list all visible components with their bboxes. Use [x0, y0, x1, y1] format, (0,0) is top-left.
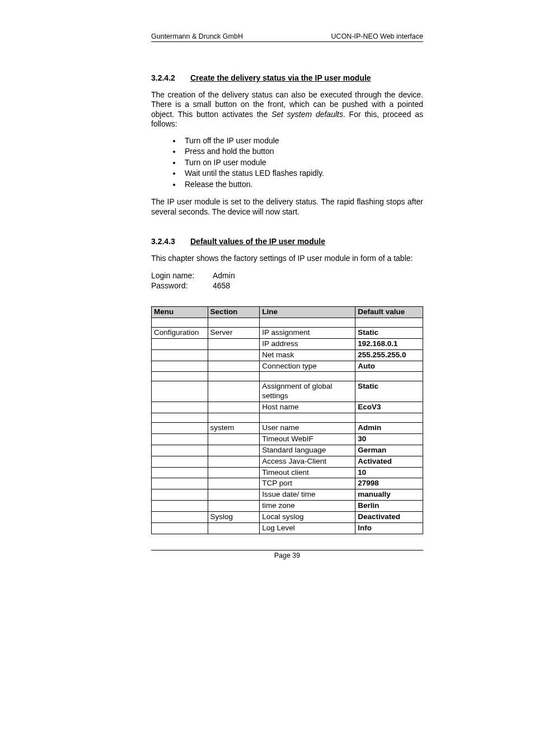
table-cell-line: Log Level — [260, 522, 355, 534]
paragraph: This chapter shows the factory settings … — [151, 254, 423, 264]
table-row: Issue date/ timemanually — [152, 489, 423, 501]
table-cell-empty — [260, 413, 355, 423]
table-row: Access Java-ClientActivated — [152, 456, 423, 467]
table-cell-line: Timeout WebIF — [260, 433, 355, 445]
section-number: 3.2.4.2 — [151, 73, 190, 83]
paragraph: The IP user module is set to the deliver… — [151, 197, 423, 217]
table-cell-empty — [208, 372, 260, 381]
section-number: 3.2.4.3 — [151, 237, 190, 247]
table-row: Connection typeAuto — [152, 361, 423, 372]
list-item: Release the button. — [181, 180, 423, 190]
table-cell-value: Static — [355, 381, 423, 402]
table-cell-value: 192.168.0.1 — [355, 338, 423, 349]
section-heading-2: 3.2.4.3Default values of the IP user mod… — [151, 237, 423, 247]
table-cell-menu: Configuration — [152, 327, 208, 338]
header-right: UCON-IP-NEO Web interface — [331, 32, 423, 40]
table-cell-line: Connection type — [260, 361, 355, 372]
table-cell-menu — [152, 522, 208, 534]
table-row: Timeout client10 — [152, 467, 423, 478]
table-header-row: Menu Section Line Default value — [152, 307, 423, 318]
table-cell-menu — [152, 478, 208, 489]
table-cell-section — [208, 478, 260, 489]
table-cell-section — [208, 456, 260, 467]
password-label: Password: — [151, 281, 213, 291]
paragraph: The creation of the delivery status can … — [151, 90, 423, 129]
table-cell-value: 255.255.255.0 — [355, 349, 423, 361]
header-left: Guntermann & Drunck GmbH — [151, 32, 243, 40]
table-row: Assignment of global settingsStatic — [152, 381, 423, 402]
table-cell-section — [208, 489, 260, 501]
table-cell-line: Local syslog — [260, 512, 355, 523]
table-cell-empty — [260, 372, 355, 381]
page-header: Guntermann & Drunck GmbH UCON-IP-NEO Web… — [151, 32, 423, 42]
table-cell-empty — [208, 413, 260, 423]
table-cell-menu — [152, 433, 208, 445]
table-cell-section — [208, 522, 260, 534]
table-cell-line: Host name — [260, 402, 355, 413]
table-row: ConfigurationServerIP assignmentStatic — [152, 327, 423, 338]
table-cell-value: Static — [355, 327, 423, 338]
table-cell-line: TCP port — [260, 478, 355, 489]
table-cell-section — [208, 467, 260, 478]
defaults-table: Menu Section Line Default value Configur… — [151, 306, 423, 534]
table-cell-line: time zone — [260, 501, 355, 512]
page: Guntermann & Drunck GmbH UCON-IP-NEO Web… — [0, 0, 534, 756]
table-cell-menu — [152, 402, 208, 413]
table-cell-line: Timeout client — [260, 467, 355, 478]
table-cell-line: Assignment of global settings — [260, 381, 355, 402]
table-cell-empty — [152, 318, 208, 327]
table-cell-section — [208, 445, 260, 456]
table-cell-empty — [355, 318, 423, 327]
table-cell-menu — [152, 467, 208, 478]
table-cell-value: 27998 — [355, 478, 423, 489]
login-label: Login name: — [151, 271, 213, 281]
section-heading-1: 3.2.4.2Create the delivery status via th… — [151, 73, 423, 83]
table-row — [152, 372, 423, 381]
list-item: Wait until the status LED flashes rapidl… — [181, 169, 423, 179]
text-emphasis: Set system defaults — [271, 110, 343, 119]
table-cell-section: Syslog — [208, 512, 260, 523]
table-cell-line: Issue date/ time — [260, 489, 355, 501]
password-value: 4658 — [213, 281, 235, 291]
th-line: Line — [260, 307, 355, 318]
table-cell-section — [208, 402, 260, 413]
table-cell-line: Net mask — [260, 349, 355, 361]
list-item: Turn off the IP user module — [181, 136, 423, 146]
table-cell-value: Auto — [355, 361, 423, 372]
table-row: Timeout WebIF30 — [152, 433, 423, 445]
list-item: Turn on IP user module — [181, 158, 423, 168]
section-title: Default values of the IP user module — [190, 237, 325, 246]
table-cell-empty — [355, 372, 423, 381]
table-row: Host nameEcoV3 — [152, 402, 423, 413]
table-row: time zoneBerlin — [152, 501, 423, 512]
table-row: TCP port27998 — [152, 478, 423, 489]
table-cell-empty — [152, 413, 208, 423]
table-row — [152, 413, 423, 423]
table-cell-menu — [152, 512, 208, 523]
table-cell-value: EcoV3 — [355, 402, 423, 413]
table-cell-section: system — [208, 423, 260, 434]
table-cell-value: Berlin — [355, 501, 423, 512]
table-cell-value: manually — [355, 489, 423, 501]
table-cell-value: Deactivated — [355, 512, 423, 523]
table-cell-menu — [152, 489, 208, 501]
table-row: Standard languageGerman — [152, 445, 423, 456]
table-cell-section — [208, 381, 260, 402]
table-cell-empty — [152, 372, 208, 381]
table-cell-menu — [152, 381, 208, 402]
list-item: Press and hold the button — [181, 147, 423, 157]
section-title: Create the delivery status via the IP us… — [190, 73, 371, 82]
table-cell-value: Admin — [355, 423, 423, 434]
table-cell-menu — [152, 456, 208, 467]
th-value: Default value — [355, 307, 423, 318]
table-cell-value: Activated — [355, 456, 423, 467]
table-row — [152, 318, 423, 327]
table-cell-value: 30 — [355, 433, 423, 445]
table-cell-section — [208, 338, 260, 349]
table-cell-empty — [355, 413, 423, 423]
table-cell-menu — [152, 445, 208, 456]
table-cell-line: IP address — [260, 338, 355, 349]
table-cell-value: German — [355, 445, 423, 456]
table-cell-section — [208, 433, 260, 445]
page-footer: Page 39 — [151, 550, 423, 561]
